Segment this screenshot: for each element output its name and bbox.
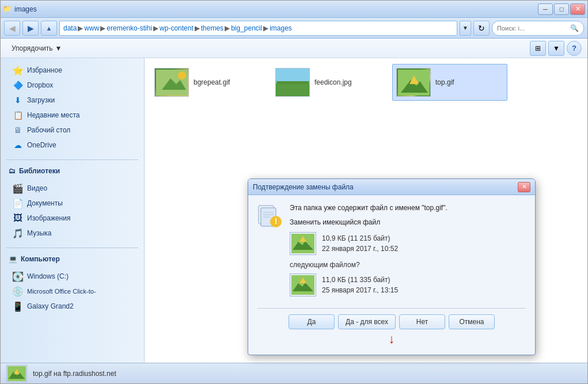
dialog-overlay: Подтверждение замены файла ✕ bbox=[0, 0, 588, 384]
dialog-title: Подтверждение замены файла bbox=[253, 183, 354, 191]
dialog-yes-all-button[interactable]: Да - для всех bbox=[338, 314, 396, 329]
dialog-message-text: Эта папка уже содержит файл с именем "to… bbox=[290, 203, 447, 213]
dialog-new-size: 11,0 КБ (11 335 байт) bbox=[322, 275, 398, 285]
dialog-close-button[interactable]: ✕ bbox=[518, 182, 530, 192]
arrow-indicator: ↓ bbox=[257, 332, 526, 347]
dialog-no-button[interactable]: Нет bbox=[399, 314, 445, 329]
dialog-replace-label: Заменить имеющийся файл bbox=[290, 218, 447, 227]
dialog-existing-date: 22 января 2017 г., 10:52 bbox=[322, 244, 398, 254]
dialog-existing-info: 10,9 КБ (11 215 байт) 22 января 2017 г.,… bbox=[322, 233, 398, 254]
svg-text:!: ! bbox=[275, 216, 278, 226]
dialog-buttons: Да Да - для всех Нет Отмена bbox=[257, 308, 526, 329]
dialog-existing-thumbnail bbox=[290, 232, 316, 255]
dialog-yes-button[interactable]: Да bbox=[289, 314, 335, 329]
dialog-existing-size: 10,9 КБ (11 215 байт) bbox=[322, 233, 398, 244]
dialog-replace-with-label: следующим файлом? bbox=[290, 261, 447, 269]
down-arrow-icon: ↓ bbox=[389, 332, 395, 346]
dialog-header-row: ! Эта папка уже содержит файл с именем "… bbox=[257, 203, 526, 299]
dialog-new-info: 11,0 КБ (11 335 байт) 25 января 2017 г.,… bbox=[322, 275, 398, 295]
dialog-cancel-button[interactable]: Отмена bbox=[449, 314, 495, 329]
confirm-dialog: Подтверждение замены файла ✕ bbox=[248, 178, 536, 355]
dialog-new-thumbnail bbox=[290, 273, 316, 296]
dialog-new-file-row: 11,0 КБ (11 335 байт) 25 января 2017 г.,… bbox=[290, 273, 447, 296]
dialog-warning-icon: ! bbox=[257, 203, 283, 229]
arrow-container: ↓ bbox=[257, 332, 526, 347]
dialog-existing-file-row: 10,9 КБ (11 215 байт) 22 января 2017 г.,… bbox=[290, 232, 447, 255]
dialog-new-date: 25 января 2017 г., 13:15 bbox=[322, 285, 398, 295]
dialog-body: ! Эта папка уже содержит файл с именем "… bbox=[248, 195, 535, 355]
dialog-title-bar: Подтверждение замены файла ✕ bbox=[248, 179, 535, 195]
dialog-message: Эта папка уже содержит файл с именем "to… bbox=[290, 203, 447, 299]
